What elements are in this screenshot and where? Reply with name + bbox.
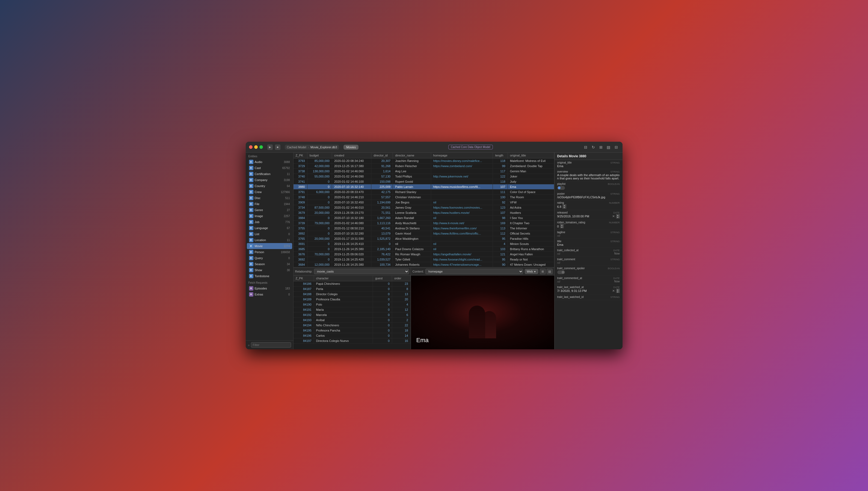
close-button[interactable] (249, 145, 252, 149)
rel-table-row[interactable]: 84186 Papá Chinchinero 0 23 (294, 281, 411, 286)
filter-input[interactable] (251, 342, 291, 348)
cell-length: 112 (493, 231, 508, 236)
rel-cell-order: 22 (392, 323, 410, 328)
step-down[interactable]: ▼ (616, 291, 620, 293)
rel-cell-character: Directora Colegio Nuevo (314, 338, 373, 344)
table-row[interactable]: 3755 0 2020-01-12 08:50:210 40,541 Andre… (294, 226, 554, 231)
sidebar-item-file[interactable]: E File 1944 (247, 201, 292, 207)
table-row[interactable]: 3679 20,000,000 2019-11-26 06:19:270 71,… (294, 210, 554, 215)
sidebar-item-audio[interactable]: E Audio 3088 (247, 159, 292, 165)
table-row[interactable]: 3740 55,000,000 2020-01-02 14:46:090 57,… (294, 174, 554, 179)
sidebar-item-image[interactable]: E Image 2257 (247, 213, 292, 219)
relationship-select[interactable]: movie_casts (314, 269, 409, 274)
rel-table-row[interactable]: 84193 Aníbal 0 2 (294, 318, 411, 323)
layout-icon-2[interactable]: ▤ (606, 144, 611, 150)
sidebar-item-query[interactable]: E Query 0 (247, 255, 292, 261)
rel-table-row[interactable]: 84188 Director Colegio 0 13 (294, 292, 411, 297)
sidebar-item-count: 511 (285, 197, 290, 200)
bool-indicator-trakt_comment_spoiler[interactable] (557, 270, 565, 274)
sidebar-item-certification[interactable]: E Certification 11 (247, 171, 292, 177)
sidebar-item-movie[interactable]: E Movie 2274 (247, 243, 292, 249)
layout-icon-3[interactable]: ⊟ (613, 144, 619, 150)
table-row[interactable]: 3909 0 2020-07-10 16:32:450 1,194,699 Jo… (294, 200, 554, 205)
table-row[interactable]: 3684 12,000,000 2019-11-26 14:25:380 100… (294, 262, 554, 267)
sidebar-item-language[interactable]: E Language 67 (247, 225, 292, 231)
layout-icon-1[interactable]: ⊞ (598, 144, 604, 150)
content-select[interactable]: homepage (425, 269, 523, 274)
table-row[interactable]: 3765 20,000,000 2020-01-17 19:31:590 1,5… (294, 236, 554, 241)
table-row[interactable]: 3884 0 2020-07-10 16:32:180 1,667,260 Ad… (294, 215, 554, 221)
rel-table-body: 84186 Papá Chinchinero 0 23 84187 Perla … (294, 281, 411, 344)
sidebar-fetch-extras[interactable]: R Extras 0 (247, 291, 292, 297)
number-step-down[interactable]: ▼ (563, 206, 566, 209)
rel-table-row[interactable]: 84195 Profesora Pancha 0 18 (294, 328, 411, 333)
stop-button[interactable]: ■ (275, 144, 280, 150)
sidebar-item-label: Certification (255, 172, 286, 176)
bool-indicator-playlist[interactable] (557, 186, 565, 190)
table-row[interactable]: 3748 0 2020-01-02 14:46:210 57,557 Chris… (294, 195, 554, 200)
detail-key: tagline (557, 231, 565, 234)
sidebar-item-show[interactable]: E Show 30 (247, 267, 292, 273)
table-row[interactable]: 3791 6,000,000 2020-02-20 08:33:470 42,1… (294, 190, 554, 195)
table-row[interactable]: 3793 85,000,000 2020-02-20 08:34:240 20,… (294, 158, 554, 164)
sidebar-item-tombstone[interactable]: E Tombstone (247, 273, 292, 279)
sidebar-item-crew[interactable]: E Crew 127966 (247, 189, 292, 195)
refresh-icon[interactable]: ↻ (590, 144, 596, 150)
table-row[interactable]: 3729 42,000,000 2019-12-25 16:17:380 91,… (294, 164, 554, 169)
cell-director-id: 1,525,872 (371, 236, 393, 241)
table-row[interactable]: 3734 87,500,000 2020-01-02 14:46:010 20,… (294, 205, 554, 210)
table-row[interactable]: 3739 79,000,000 2020-01-02 14:46:080 1,1… (294, 221, 554, 226)
rel-table-row[interactable]: 84192 Marcela 0 6 (294, 312, 411, 318)
maximize-button[interactable] (260, 145, 263, 149)
view-btn-1[interactable]: ⊞ (540, 269, 546, 274)
table-row[interactable]: 3880 0 2020-07-10 16:32:140 225,009 Pabl… (294, 184, 554, 190)
step-down[interactable]: ▼ (616, 216, 620, 219)
cell-zpk: 3729 (294, 164, 307, 169)
number-step-down[interactable]: ▼ (560, 226, 564, 228)
sidebar-item-job[interactable]: E Job 776 (247, 219, 292, 225)
sidebar-item-country[interactable]: E Country 64 (247, 183, 292, 189)
sidebar-item-list[interactable]: E List 0 (247, 231, 292, 237)
sidebar-item-location[interactable]: E Location 11 (247, 237, 292, 243)
date-clear-button[interactable]: ✕ (612, 214, 615, 218)
web-button[interactable]: Web ▼ (525, 269, 538, 274)
cell-director-name: Christian Volckman (393, 195, 431, 200)
table-row[interactable]: 3691 0 2019-11-26 14:25:410 0 nil nil 4 … (294, 241, 554, 247)
rel-table-row[interactable]: 84190 Polo 0 4 (294, 302, 411, 307)
table-row[interactable]: 3692 0 2019-11-26 14:25:420 1,039,527 Ty… (294, 257, 554, 262)
sidebar-item-company[interactable]: E Company 3198 (247, 177, 292, 183)
breadcrumb-file[interactable]: Movie_Explorer.db3 (310, 146, 337, 149)
date-clear-button[interactable]: ✕ (612, 289, 615, 293)
rel-table-row[interactable]: 84187 Perla 0 8 (294, 286, 411, 292)
sidebar-item-disc[interactable]: E Disc 511 (247, 195, 292, 201)
cell-budget: 6,000,000 (307, 190, 332, 195)
table-row[interactable]: 3741 0 2020-01-02 14:46:100 150,098 Rupe… (294, 179, 554, 184)
table-row[interactable]: 3685 0 2019-11-26 14:25:380 2,185,140 Pa… (294, 247, 554, 252)
filter-icon[interactable]: ⊟ (583, 144, 589, 150)
cell-original-title: Gemini Man (508, 169, 554, 174)
cell-created: 2020-01-02 14:46:010 (332, 205, 371, 210)
rel-table-row[interactable]: 84189 Profesora Claudia 0 20 (294, 297, 411, 302)
sidebar-item-cast[interactable]: E Cast 65792 (247, 165, 292, 171)
table-row[interactable]: 3738 138,000,000 2020-01-02 14:46:060 1,… (294, 169, 554, 174)
rel-table-row[interactable]: 84197 Directora Colegio Nuevo 0 16 (294, 338, 411, 344)
sidebar-item-season[interactable]: E Season 34 (247, 261, 292, 267)
sidebar-item-genre[interactable]: E Genre 27 (247, 207, 292, 213)
cell-length: 118 (493, 179, 508, 184)
play-button[interactable]: ▶ (267, 144, 273, 150)
view-btn-2[interactable]: ▤ (547, 269, 552, 274)
sidebar-item-person[interactable]: E Person 106658 (247, 249, 292, 255)
table-row[interactable]: 3676 70,000,000 2019-11-25 09:06:020 76,… (294, 252, 554, 257)
sidebar-fetch-episodes[interactable]: R Episodes 183 (247, 285, 292, 291)
breadcrumb-model[interactable]: Cached Model (287, 146, 306, 149)
table-row[interactable]: 3892 0 2020-07-10 16:32:280 13,079 Gavin… (294, 231, 554, 236)
rel-table-row[interactable]: 84196 Carlos 0 14 (294, 333, 411, 338)
rel-cell-character: Polo (314, 302, 373, 307)
rel-cell-order: 18 (392, 328, 410, 333)
cell-director-id: 0 (371, 241, 393, 247)
rel-table-row[interactable]: 84194 Niño Chinchinero 0 22 (294, 323, 411, 328)
tab-movies[interactable]: Movies (343, 145, 359, 150)
minimize-button[interactable] (254, 145, 258, 149)
cell-length: 103 (493, 247, 508, 252)
rel-table-row[interactable]: 84191 María 0 12 (294, 307, 411, 312)
